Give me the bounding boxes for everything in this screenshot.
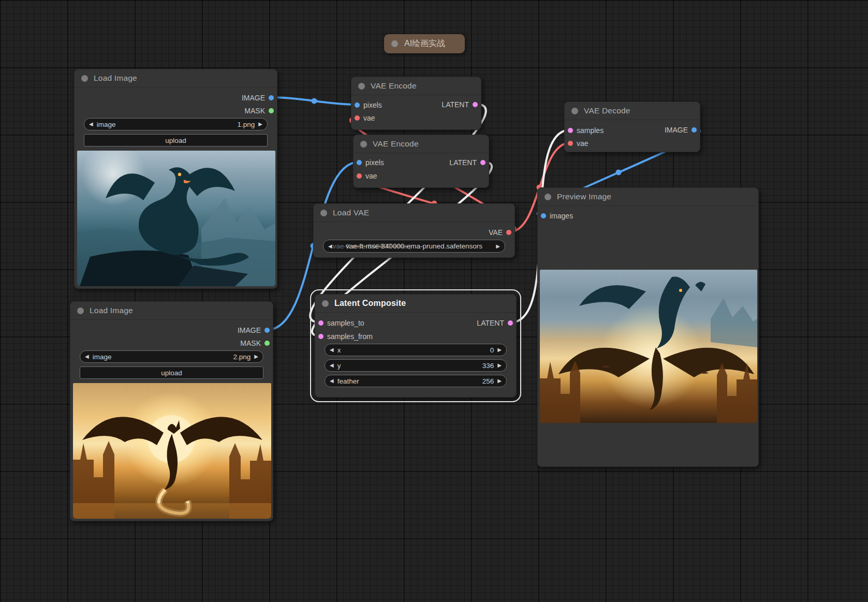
- output-port-mask[interactable]: [264, 341, 270, 346]
- combo-value: 2.png: [233, 353, 251, 361]
- combo-value: vae-ft-mse-840000-ema-pruned.safetensors: [346, 242, 482, 250]
- stepper-right-arrow-icon[interactable]: ▶: [497, 347, 502, 353]
- collapse-dot-icon[interactable]: [322, 300, 329, 307]
- stepper-left-arrow-icon[interactable]: ◀: [330, 363, 334, 368]
- collapse-dot-icon[interactable]: [360, 141, 367, 148]
- output-label-image: IMAGE: [238, 325, 261, 335]
- output-port-image[interactable]: [264, 328, 270, 333]
- y-number-widget[interactable]: ◀ y 336 ▶: [325, 359, 507, 372]
- widget-label: x: [337, 346, 341, 354]
- stepper-left-arrow-icon[interactable]: ◀: [330, 347, 334, 353]
- input-port-vae[interactable]: [357, 173, 362, 179]
- input-label-vae: vae: [577, 138, 589, 149]
- node-vae-encode-1[interactable]: VAE Encode pixels vae LATENT: [351, 77, 481, 130]
- output-label-latent: LATENT: [442, 99, 469, 110]
- output-port-image[interactable]: [692, 127, 697, 133]
- widget-value: 256: [482, 377, 494, 385]
- stepper-right-arrow-icon[interactable]: ▶: [497, 363, 502, 368]
- output-port-vae[interactable]: [506, 230, 511, 235]
- combo-value: 1.png: [238, 121, 255, 128]
- stepper-right-arrow-icon[interactable]: ▶: [497, 378, 502, 384]
- upload-button[interactable]: upload: [84, 134, 268, 146]
- input-label-vae: vae: [365, 171, 377, 181]
- widget-label: y: [337, 362, 341, 370]
- node-vae-decode[interactable]: VAE Decode samples vae IMAGE: [564, 101, 700, 152]
- output-label-image: IMAGE: [242, 93, 265, 103]
- input-port-pixels[interactable]: [355, 102, 360, 108]
- group-title-node[interactable]: AI绘画实战: [384, 34, 465, 53]
- collapse-dot-icon[interactable]: [77, 307, 84, 314]
- collapse-dot-icon[interactable]: [545, 194, 551, 200]
- group-dot-icon: [391, 40, 398, 47]
- node-header[interactable]: Latent Composite: [315, 295, 516, 313]
- input-port-samples-from[interactable]: [318, 334, 323, 339]
- input-label-pixels: pixels: [363, 100, 382, 110]
- node-header[interactable]: VAE Encode: [351, 77, 481, 95]
- output-label-image: IMAGE: [665, 125, 688, 135]
- node-title: Load Image: [90, 306, 133, 315]
- node-header[interactable]: Load VAE: [314, 204, 514, 222]
- widget-label: feather: [337, 377, 359, 385]
- combo-left-arrow-icon[interactable]: ◀: [85, 354, 89, 359]
- combo-right-arrow-icon[interactable]: ▶: [254, 354, 258, 359]
- x-number-widget[interactable]: ◀ x 0 ▶: [325, 344, 507, 356]
- node-graph-canvas[interactable]: AI绘画实战 Load Image IMAGE MASK ◀ image 1.p…: [0, 0, 868, 602]
- input-label-samples: samples: [577, 125, 604, 136]
- widget-value: 336: [482, 362, 494, 370]
- image-preview-blue-dragon: [77, 151, 275, 286]
- node-vae-encode-2[interactable]: VAE Encode pixels vae LATENT: [353, 135, 489, 188]
- output-label-vae: VAE: [489, 227, 503, 238]
- node-latent-composite[interactable]: Latent Composite samples_to samples_from…: [315, 294, 517, 398]
- node-load-vae[interactable]: Load VAE VAE ◀ vae-ft-mse-840000-ema-pru…: [313, 203, 515, 258]
- collapse-dot-icon[interactable]: [320, 210, 327, 216]
- collapse-dot-icon[interactable]: [358, 83, 365, 90]
- node-title: VAE Decode: [584, 106, 630, 115]
- input-port-images[interactable]: [541, 213, 546, 218]
- input-label-samples-to: samples_to: [327, 318, 364, 328]
- node-title: Load VAE: [333, 208, 369, 217]
- node-title: VAE Encode: [371, 81, 417, 91]
- node-header[interactable]: Load Image: [70, 302, 273, 320]
- combo-right-arrow-icon[interactable]: ▶: [496, 244, 500, 249]
- node-title: Preview Image: [557, 192, 611, 201]
- wire-midpoint-dot: [312, 98, 317, 104]
- input-port-samples-to[interactable]: [318, 320, 323, 326]
- image-combo-widget[interactable]: ◀ image 1.png ▶: [84, 118, 268, 130]
- input-label-vae: vae: [363, 113, 375, 123]
- node-load-image-2[interactable]: Load Image IMAGE MASK ◀ image 2.png ▶ up…: [70, 301, 273, 521]
- output-port-latent[interactable]: [473, 102, 478, 107]
- image-preview-composite: [540, 270, 757, 423]
- output-port-image[interactable]: [269, 95, 274, 100]
- image-preview-gold-dragon: [73, 383, 271, 519]
- output-port-latent[interactable]: [480, 160, 486, 165]
- node-preview-image[interactable]: Preview Image images: [537, 187, 759, 467]
- input-port-vae[interactable]: [568, 141, 573, 146]
- wire-midpoint-dot: [616, 170, 622, 175]
- input-port-vae[interactable]: [355, 115, 360, 121]
- node-header[interactable]: VAE Encode: [354, 135, 489, 153]
- node-header[interactable]: VAE Decode: [565, 102, 700, 120]
- node-title: Latent Composite: [334, 299, 406, 308]
- combo-label: image: [93, 353, 112, 361]
- output-port-latent[interactable]: [508, 320, 513, 326]
- feather-number-widget[interactable]: ◀ feather 256 ▶: [325, 375, 507, 387]
- node-load-image-1[interactable]: Load Image IMAGE MASK ◀ image 1.png ▶ up…: [74, 69, 277, 289]
- combo-left-arrow-icon[interactable]: ◀: [328, 244, 332, 249]
- input-label-pixels: pixels: [365, 157, 384, 168]
- output-label-latent: LATENT: [449, 157, 477, 168]
- upload-button[interactable]: upload: [80, 366, 263, 379]
- output-port-mask[interactable]: [269, 108, 274, 113]
- image-combo-widget[interactable]: ◀ image 2.png ▶: [80, 350, 263, 363]
- input-port-samples[interactable]: [568, 128, 573, 133]
- stepper-left-arrow-icon[interactable]: ◀: [330, 378, 334, 384]
- node-header[interactable]: Load Image: [75, 69, 277, 87]
- widget-value: 0: [490, 346, 494, 354]
- vae-name-combo-widget[interactable]: ◀ vae-ft-mse-840000-ema-pruned.safetenso…: [323, 240, 505, 253]
- combo-left-arrow-icon[interactable]: ◀: [89, 122, 93, 127]
- input-port-pixels[interactable]: [357, 160, 362, 165]
- combo-label: image: [97, 121, 116, 128]
- collapse-dot-icon[interactable]: [571, 108, 578, 114]
- combo-right-arrow-icon[interactable]: ▶: [258, 122, 262, 127]
- collapse-dot-icon[interactable]: [81, 75, 88, 82]
- node-header[interactable]: Preview Image: [538, 188, 758, 206]
